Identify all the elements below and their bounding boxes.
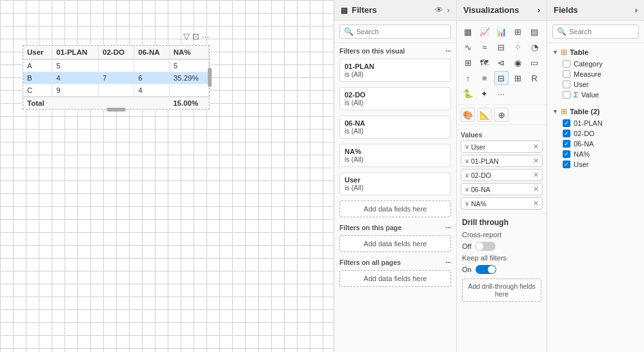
field-checkbox-measure[interactable] xyxy=(563,70,570,78)
field-checkbox-01plan[interactable] xyxy=(563,119,570,127)
fields-search-box[interactable]: 🔍 xyxy=(552,24,639,39)
more-options-icon[interactable]: ··· xyxy=(445,47,451,55)
filter-item-user[interactable]: User is (All) xyxy=(339,172,451,195)
more-icon[interactable]: ··· xyxy=(202,32,209,41)
viz-card[interactable]: ▭ xyxy=(527,55,541,70)
fields-search-area: 🔍 xyxy=(547,21,644,43)
fields-panel: Fields › 🔍 ▼ ⊞ Table Category Measure Us… xyxy=(547,0,644,352)
value-pill-user[interactable]: ∨ User ✕ xyxy=(461,141,543,153)
remove-02do-icon[interactable]: ✕ xyxy=(533,171,539,179)
viz-add-icon[interactable]: ⊕ xyxy=(494,108,508,122)
remove-user-icon[interactable]: ✕ xyxy=(533,142,539,151)
add-data-visual-button[interactable]: Add data fields here xyxy=(339,200,451,217)
viz-gauge[interactable]: ◉ xyxy=(510,55,525,70)
field-item-napct2[interactable]: NA% xyxy=(552,149,639,159)
resize-handle-bottom[interactable] xyxy=(106,108,126,112)
viz-more[interactable]: ··· xyxy=(494,86,508,101)
cross-report-toggle[interactable] xyxy=(475,242,496,251)
viz-map[interactable]: 🗺 xyxy=(478,55,492,70)
viz-area[interactable]: ∿ xyxy=(461,40,475,54)
field-item-value[interactable]: Σ Value xyxy=(552,90,639,100)
field-checkbox-napct2[interactable] xyxy=(563,150,570,158)
viz-matrix[interactable]: ⊞ xyxy=(510,71,525,85)
footer-pct: 15.00% xyxy=(169,97,208,109)
add-data-all-button[interactable]: Add data fields here xyxy=(339,270,451,287)
field-checkbox-06na[interactable] xyxy=(563,140,570,148)
field-item-user2[interactable]: User xyxy=(552,159,639,170)
viz-scatter[interactable]: ⁘ xyxy=(510,40,525,54)
field-item-user1[interactable]: User xyxy=(552,79,639,90)
filter-section-page: Filters on this page ··· xyxy=(334,220,456,233)
cell-na: 4 xyxy=(134,84,169,97)
viz-ribbon[interactable]: ≈ xyxy=(478,40,492,54)
more-options-icon-page[interactable]: ··· xyxy=(445,224,451,231)
viz-100pct[interactable]: ▤ xyxy=(527,24,541,39)
viz-pie[interactable]: ◔ xyxy=(527,40,541,54)
viz-table[interactable]: ⊟ xyxy=(494,71,508,85)
eye-icon[interactable]: 👁 xyxy=(435,5,443,15)
filter-search-input[interactable] xyxy=(356,28,447,35)
viz-stacked-bar[interactable]: ▦ xyxy=(461,24,475,39)
table-row[interactable]: C 9 4 xyxy=(23,84,209,97)
resize-handle-right[interactable] xyxy=(208,68,212,87)
field-group-table2-header[interactable]: ▼ ⊞ Table (2) xyxy=(552,105,639,118)
fields-search-input[interactable] xyxy=(569,28,644,35)
focus-icon[interactable]: ⊡ xyxy=(192,32,199,41)
value-pill-02do[interactable]: ∨ 02-DO ✕ xyxy=(461,169,543,181)
table-row[interactable]: A 5 5 xyxy=(23,59,209,72)
filter-search-area: 🔍 xyxy=(334,21,456,43)
add-data-page-button[interactable]: Add data fields here xyxy=(339,235,451,252)
viz-combo[interactable]: ⊞ xyxy=(510,24,525,39)
fields-expand-icon[interactable]: › xyxy=(635,6,638,15)
add-drill-button[interactable]: Add drill-through fields here xyxy=(462,279,541,302)
viz-analytics-icon[interactable]: 📐 xyxy=(478,108,492,122)
field-checkbox-user1[interactable] xyxy=(563,81,570,88)
table-row[interactable]: B 4 7 6 35.29% xyxy=(23,72,209,84)
filter-item-06na[interactable]: 06-NA is (All) xyxy=(339,115,451,139)
cell-pct xyxy=(169,84,208,97)
more-options-icon-all[interactable]: ··· xyxy=(445,259,451,266)
viz-bar[interactable]: 📊 xyxy=(494,24,508,39)
fields-search-icon: 🔍 xyxy=(557,27,567,36)
remove-napct-icon[interactable]: ✕ xyxy=(533,199,539,208)
value-pill-06na[interactable]: ∨ 06-NA ✕ xyxy=(461,183,543,195)
value-pill-napct[interactable]: ∨ NA% ✕ xyxy=(461,197,543,210)
field-checkbox-user2[interactable] xyxy=(563,161,570,168)
field-item-01plan[interactable]: 01-PLAN xyxy=(552,118,639,128)
field-name-user1: User xyxy=(574,81,589,88)
filter-item-02do[interactable]: 02-DO is (All) xyxy=(339,87,451,110)
viz-panel-title: Visualizations xyxy=(463,5,538,15)
field-item-02do[interactable]: 02-DO xyxy=(552,128,639,139)
viz-ai[interactable]: ✦ xyxy=(478,86,492,101)
expand-icon[interactable]: › xyxy=(447,5,450,15)
viz-kpi[interactable]: ↑ xyxy=(461,71,475,85)
viz-line[interactable]: 📈 xyxy=(478,24,492,39)
filter-search-box[interactable]: 🔍 xyxy=(339,24,451,39)
field-item-measure[interactable]: Measure xyxy=(552,69,639,79)
filter-icon[interactable]: ▽ xyxy=(183,32,190,41)
viz-paint-icon[interactable]: 🎨 xyxy=(461,108,475,122)
value-pill-01plan[interactable]: ∨ 01-PLAN ✕ xyxy=(461,155,543,167)
viz-waterfall[interactable]: ⊟ xyxy=(494,40,508,54)
filter-item-napct[interactable]: NA% is (All) xyxy=(339,144,451,167)
viz-treemap[interactable]: ⊞ xyxy=(461,55,475,70)
viz-r[interactable]: R xyxy=(527,71,541,85)
field-group-table-header[interactable]: ▼ ⊞ Table xyxy=(552,46,639,59)
filter-panel-title: Filters xyxy=(352,5,431,15)
cell-plan: 4 xyxy=(52,72,99,84)
field-checkbox-02do[interactable] xyxy=(563,130,570,137)
remove-01plan-icon[interactable]: ✕ xyxy=(533,157,539,165)
viz-python[interactable]: 🐍 xyxy=(461,86,475,101)
field-checkbox-value[interactable] xyxy=(563,91,570,99)
viz-expand-icon[interactable]: › xyxy=(538,6,540,15)
remove-06na-icon[interactable]: ✕ xyxy=(533,185,539,193)
table-visual[interactable]: ▽ ⊡ ··· User 01-PLAN 02-DO 06-NA NA% A 5 xyxy=(23,45,210,110)
filter-item-01plan[interactable]: 01-PLAN is (All) xyxy=(339,59,451,82)
viz-slicer[interactable]: ≡ xyxy=(478,71,492,85)
viz-funnel[interactable]: ⊲ xyxy=(494,55,508,70)
field-item-category[interactable]: Category xyxy=(552,59,639,69)
keep-filters-toggle[interactable] xyxy=(476,265,496,274)
field-name-measure: Measure xyxy=(574,70,601,78)
field-item-06na[interactable]: 06-NA xyxy=(552,139,639,149)
field-checkbox-category[interactable] xyxy=(563,60,570,68)
